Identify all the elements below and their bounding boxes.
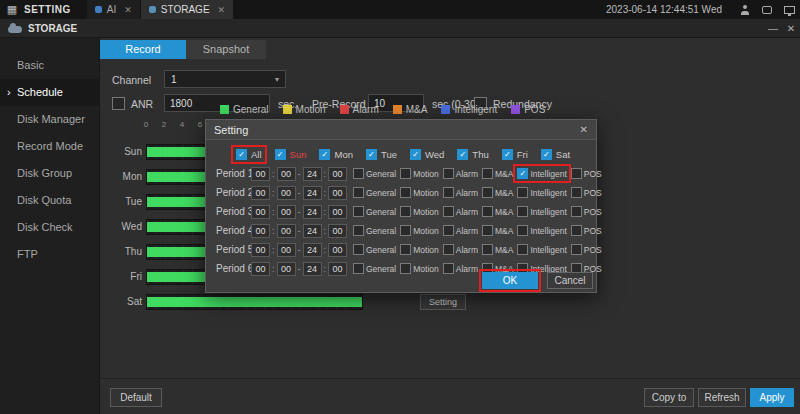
type-checkbox-general[interactable]: General [352,186,397,199]
anr-checkbox[interactable] [112,97,125,110]
type-checkbox-motion[interactable]: Motion [399,205,440,218]
start-hour-input[interactable] [251,243,270,257]
type-checkbox-alarm[interactable]: Alarm [442,262,479,275]
day-checkbox-all[interactable]: All [234,148,264,161]
start-minute-input[interactable] [277,243,296,257]
type-checkbox-motion[interactable]: Motion [399,262,440,275]
tab-close-icon[interactable]: ✕ [218,5,226,15]
message-icon[interactable] [756,0,778,19]
type-checkbox-m-a[interactable]: M&A [481,224,514,237]
check-icon[interactable] [571,206,582,217]
type-checkbox-intelligent[interactable]: Intelligent [516,224,567,237]
sidebar-item-disk-manager[interactable]: Disk Manager [0,106,99,133]
sidebar-item-disk-quota[interactable]: Disk Quota [0,187,99,214]
type-checkbox-m-a[interactable]: M&A [481,243,514,256]
type-checkbox-intelligent[interactable]: Intelligent [516,243,567,256]
end-hour-input[interactable] [303,167,322,181]
type-checkbox-intelligent[interactable]: Intelligent [516,167,567,180]
day-checkbox-wed[interactable]: Wed [408,148,446,161]
type-checkbox-m-a[interactable]: M&A [481,167,514,180]
type-checkbox-pos[interactable]: POS [570,224,603,237]
check-icon[interactable] [517,187,528,198]
apply-button[interactable]: Apply [750,388,794,407]
end-minute-input[interactable] [328,167,347,181]
user-icon[interactable] [734,0,756,19]
type-checkbox-motion[interactable]: Motion [399,224,440,237]
check-icon[interactable] [400,187,411,198]
tab-close-icon[interactable]: ✕ [124,5,132,15]
check-icon[interactable] [319,149,330,160]
check-icon[interactable] [400,244,411,255]
refresh-button[interactable]: Refresh [698,388,746,407]
check-icon[interactable] [400,168,411,179]
sidebar-item-disk-group[interactable]: Disk Group [0,160,99,187]
check-icon[interactable] [482,244,493,255]
check-icon[interactable] [482,206,493,217]
check-icon[interactable] [502,149,513,160]
type-checkbox-motion[interactable]: Motion [399,167,440,180]
dialog-close-icon[interactable]: ✕ [580,124,588,135]
type-checkbox-alarm[interactable]: Alarm [442,224,479,237]
end-hour-input[interactable] [303,205,322,219]
end-hour-input[interactable] [303,224,322,238]
check-icon[interactable] [517,206,528,217]
day-checkbox-mon[interactable]: Mon [317,148,354,161]
type-checkbox-motion[interactable]: Motion [399,243,440,256]
end-hour-input[interactable] [303,262,322,276]
type-checkbox-m-a[interactable]: M&A [481,186,514,199]
check-icon[interactable] [353,206,364,217]
type-checkbox-alarm[interactable]: Alarm [442,186,479,199]
check-icon[interactable] [443,263,454,274]
tab-record[interactable]: Record [100,40,186,59]
sidebar-item-schedule[interactable]: Schedule [0,79,99,106]
top-tab-ai[interactable]: AI✕ [87,0,140,19]
check-icon[interactable] [541,149,552,160]
check-icon[interactable] [517,225,528,236]
type-checkbox-alarm[interactable]: Alarm [442,205,479,218]
end-hour-input[interactable] [303,186,322,200]
check-icon[interactable] [443,206,454,217]
type-checkbox-pos[interactable]: POS [570,243,603,256]
check-icon[interactable] [400,206,411,217]
check-icon[interactable] [571,187,582,198]
day-checkbox-sun[interactable]: Sun [273,148,309,161]
check-icon[interactable] [366,149,377,160]
end-minute-input[interactable] [328,205,347,219]
check-icon[interactable] [482,168,493,179]
end-minute-input[interactable] [328,224,347,238]
check-icon[interactable] [482,187,493,198]
check-icon[interactable] [353,263,364,274]
start-minute-input[interactable] [277,205,296,219]
channel-select[interactable]: 1 ▾ [164,70,286,88]
type-checkbox-m-a[interactable]: M&A [481,205,514,218]
sidebar-item-record-mode[interactable]: Record Mode [0,133,99,160]
minimize-button[interactable]: — [764,23,782,34]
day-checkbox-tue[interactable]: Tue [364,148,399,161]
type-checkbox-alarm[interactable]: Alarm [442,243,479,256]
top-tab-storage[interactable]: STORAGE✕ [141,0,233,19]
schedule-bar[interactable] [146,294,363,310]
start-minute-input[interactable] [277,186,296,200]
apps-grid-icon[interactable]: ▦ [0,0,24,19]
type-checkbox-general[interactable]: General [352,262,397,275]
start-hour-input[interactable] [251,224,270,238]
close-button[interactable]: ✕ [782,23,800,34]
tab-snapshot[interactable]: Snapshot [186,40,266,59]
day-checkbox-thu[interactable]: Thu [455,148,490,161]
type-checkbox-motion[interactable]: Motion [399,186,440,199]
check-icon[interactable] [400,263,411,274]
start-minute-input[interactable] [277,167,296,181]
check-icon[interactable] [353,244,364,255]
sidebar-item-basic[interactable]: Basic [0,52,99,79]
day-checkbox-fri[interactable]: Fri [500,148,530,161]
check-icon[interactable] [400,225,411,236]
check-icon[interactable] [517,244,528,255]
copy-to-button[interactable]: Copy to [644,388,694,407]
check-icon[interactable] [443,225,454,236]
check-icon[interactable] [353,225,364,236]
check-icon[interactable] [482,225,493,236]
end-minute-input[interactable] [328,262,347,276]
check-icon[interactable] [571,225,582,236]
type-checkbox-intelligent[interactable]: Intelligent [516,205,567,218]
ok-button[interactable]: OK [482,272,538,289]
